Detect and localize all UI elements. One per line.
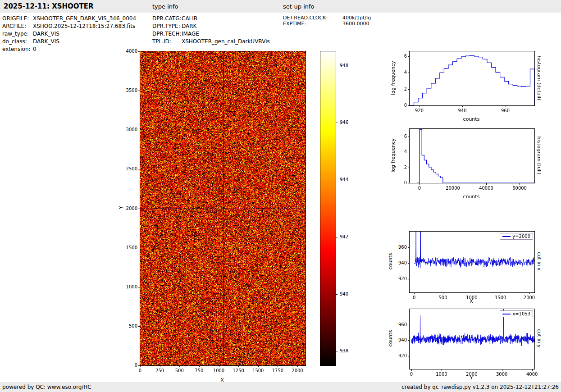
y-tick-label: 0 bbox=[116, 363, 137, 368]
x-tick-label: 500 bbox=[429, 295, 456, 301]
y-tick-label: 2 bbox=[385, 87, 407, 92]
info-value: 0 bbox=[33, 46, 36, 52]
x-tick-label: 20000 bbox=[439, 186, 466, 191]
x-tick-mark bbox=[472, 369, 472, 371]
x-tick-mark bbox=[506, 105, 506, 107]
info-value: DARK_VIS bbox=[33, 38, 59, 45]
x-tick-label: 0 bbox=[398, 372, 425, 377]
y-tick-label: 3000 bbox=[116, 127, 137, 132]
y-tick-mark bbox=[138, 91, 140, 91]
main-y-axis-label: Y bbox=[118, 206, 124, 210]
info-value: IMAGE bbox=[182, 31, 199, 37]
histogram-detail-plot: 9209409600246 bbox=[409, 51, 535, 106]
cut-in-y-plot: x=1053 01000200030004000920940960 bbox=[409, 309, 535, 369]
legend-line-sample bbox=[502, 314, 511, 315]
colorbar-tick-label: 946 bbox=[340, 120, 353, 125]
info-row: ARCFILE:XSHOO.2025-12-12T18:15:27.683.fi… bbox=[2, 23, 136, 31]
x-tick-mark bbox=[443, 292, 443, 294]
y-tick-label: 6 bbox=[385, 54, 407, 59]
info-value: XSHOOTER_GEN_DARK_VIS_346_0004 bbox=[33, 15, 136, 22]
colorbar-tick-mark bbox=[336, 180, 338, 180]
y-tick-mark bbox=[138, 287, 140, 287]
histogram-full-plot: 02000040000600000246 bbox=[409, 128, 535, 183]
info-label: DPR.TECH: bbox=[152, 31, 182, 37]
y-tick-mark bbox=[408, 325, 410, 325]
x-tick-mark bbox=[238, 365, 239, 367]
colorbar-tick-label: 938 bbox=[340, 348, 353, 354]
y-tick-mark bbox=[408, 247, 410, 248]
legend-cut-y: x=1053 bbox=[500, 310, 533, 317]
x-tick-label: 40000 bbox=[473, 186, 500, 191]
colorbar-tick-mark bbox=[336, 237, 338, 237]
y-tick-mark bbox=[138, 326, 140, 327]
info-row: EXPTIME:3600.0000 bbox=[283, 21, 371, 27]
info-value: XSHOOTER_gen_cal_DarkUVBVis bbox=[182, 38, 270, 45]
y-tick-label: 4000 bbox=[116, 49, 137, 54]
type-info-block: DPR.CATG:CALIB DPR.TYPE:DARK DPR.TECH:IM… bbox=[152, 15, 270, 46]
x-tick-label: 60000 bbox=[506, 186, 533, 191]
info-label: EXPTIME: bbox=[283, 21, 342, 27]
info-value: CALIB bbox=[182, 15, 197, 22]
y-tick-label: 2 bbox=[385, 165, 407, 170]
hist-full-right-label: histogram (full) bbox=[536, 137, 542, 175]
histogram-detail-canvas bbox=[410, 51, 534, 105]
y-tick-label: 920 bbox=[385, 276, 407, 282]
colorbar-tick-mark bbox=[336, 66, 338, 66]
y-tick-mark bbox=[138, 51, 140, 52]
info-label: ARCFILE: bbox=[2, 23, 33, 29]
info-label: extension: bbox=[2, 46, 33, 52]
info-row: TPL.ID:XSHOOTER_gen_cal_DarkUVBVis bbox=[152, 38, 270, 46]
x-tick-mark bbox=[219, 365, 219, 367]
colorbar-tick-mark bbox=[336, 294, 338, 295]
x-tick-label: 2000 bbox=[516, 295, 543, 301]
x-tick-mark bbox=[419, 105, 420, 107]
hist-full-y-label: log frequency bbox=[390, 138, 396, 172]
x-tick-mark bbox=[278, 365, 278, 367]
y-tick-label: 960 bbox=[385, 322, 407, 328]
cut-y-y-label: counts bbox=[388, 330, 393, 347]
y-tick-label: 500 bbox=[116, 324, 137, 329]
file-info-block: ORIGFILE:XSHOOTER_GEN_DARK_VIS_346_0004 … bbox=[2, 15, 136, 54]
y-tick-label: 4 bbox=[385, 70, 407, 75]
x-tick-mark bbox=[532, 369, 533, 371]
colorbar-tick-label: 940 bbox=[340, 292, 353, 297]
y-tick-label: 2500 bbox=[116, 166, 137, 172]
x-tick-mark bbox=[486, 183, 487, 185]
page-title: 2025-12-11: XSHOOTER bbox=[4, 2, 94, 10]
y-tick-mark bbox=[408, 152, 410, 152]
cut-x-x-label: X bbox=[470, 298, 473, 304]
y-tick-mark bbox=[138, 169, 140, 169]
y-tick-label: 0 bbox=[385, 180, 407, 186]
hist-detail-right-label: histogram (detail) bbox=[536, 56, 542, 100]
x-tick-label: 4000 bbox=[519, 372, 546, 377]
y-tick-label: 1000 bbox=[116, 284, 137, 290]
x-tick-mark bbox=[529, 292, 530, 294]
info-row: DPR.CATG:CALIB bbox=[152, 15, 270, 23]
x-tick-label: 2000 bbox=[284, 368, 311, 374]
info-label: DPR.CATG: bbox=[152, 15, 182, 22]
colorbar-tick-label: 942 bbox=[340, 234, 353, 240]
cut-y-right-label: cut in y bbox=[536, 329, 542, 348]
colorbar-canvas bbox=[320, 51, 336, 365]
info-row: do_class:DARK_VIS bbox=[2, 38, 136, 46]
info-row: DET.READ.CLOCK:400k/1pt/lg bbox=[283, 15, 371, 21]
legend-cut-x: y=2000 bbox=[500, 233, 533, 240]
colorbar-tick-label: 948 bbox=[340, 63, 353, 68]
setup-info-heading: set-up info bbox=[283, 3, 315, 10]
cut-x-y-label: counts bbox=[388, 253, 393, 270]
info-row: ORIGFILE:XSHOOTER_GEN_DARK_VIS_346_0004 bbox=[2, 15, 136, 23]
x-tick-mark bbox=[179, 365, 180, 367]
info-row: DPR.TYPE:DARK bbox=[152, 23, 270, 31]
footer-left-text: powered by QC: www.eso.org/HC bbox=[2, 384, 91, 390]
x-tick-label: 960 bbox=[492, 108, 519, 114]
hist-detail-y-label: log frequency bbox=[390, 61, 396, 95]
legend-label: x=1053 bbox=[512, 311, 530, 316]
y-tick-mark bbox=[408, 56, 410, 57]
info-label: TPL.ID: bbox=[152, 38, 182, 45]
y-tick-mark bbox=[138, 248, 140, 248]
info-value: XSHOO.2025-12-12T18:15:27.683.fits bbox=[33, 23, 135, 29]
histogram-full-canvas bbox=[410, 129, 534, 183]
setup-info-block: DET.READ.CLOCK:400k/1pt/lg EXPTIME:3600.… bbox=[283, 15, 371, 27]
x-tick-label: 0 bbox=[401, 295, 428, 301]
info-row: DPR.TECH:IMAGE bbox=[152, 31, 270, 38]
